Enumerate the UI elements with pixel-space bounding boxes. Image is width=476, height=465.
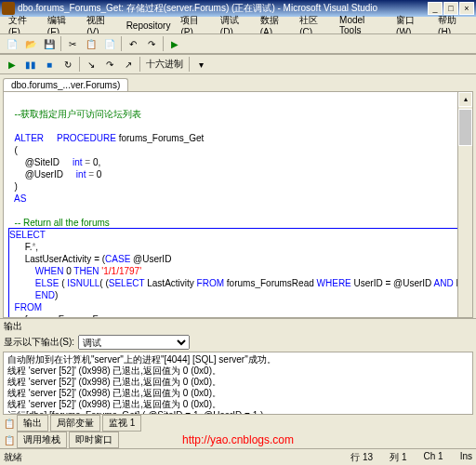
step-over-button[interactable]: ↷ bbox=[100, 56, 119, 73]
step-out-button[interactable]: ↗ bbox=[119, 56, 138, 73]
tab-locals[interactable]: 局部变量 bbox=[50, 415, 100, 432]
hex-label[interactable]: 十六进制 bbox=[142, 58, 187, 71]
tab-icon2: 📋 bbox=[4, 435, 15, 445]
tab-immediate[interactable]: 即时窗口 bbox=[69, 432, 119, 448]
continue-button[interactable]: ▶ bbox=[3, 56, 21, 73]
redo-button[interactable]: ↷ bbox=[142, 35, 161, 52]
menubar: 文件(F) 编辑(E) 视图(V) Repository 项目(P) 调试(D)… bbox=[0, 17, 476, 33]
status-ready: 就绪 bbox=[4, 451, 22, 464]
bottom-tabs-left: 📋 输出 局部变量 监视 1 bbox=[0, 415, 476, 432]
watermark: http://yao.cnblogs.com bbox=[182, 433, 294, 446]
tab-output[interactable]: 输出 bbox=[17, 415, 48, 432]
cut-button[interactable]: ✂ bbox=[63, 35, 82, 52]
tab-callstack[interactable]: 调用堆栈 bbox=[17, 432, 67, 448]
status-line: 行 13 bbox=[350, 451, 373, 464]
menu-repository[interactable]: Repository bbox=[122, 20, 176, 32]
toolbar-debug: ▶ ▮▮ ■ ↻ ↘ ↷ ↗ 十六进制 ▾ bbox=[0, 54, 476, 74]
tab-watch[interactable]: 监视 1 bbox=[102, 415, 141, 432]
output-toolbar: 显示以下输出(S): 调试 bbox=[0, 333, 476, 352]
tab-forums-get[interactable]: dbo.forums_...ver.Forums) bbox=[3, 78, 128, 91]
restart-button[interactable]: ↻ bbox=[59, 56, 77, 73]
status-ch: Ch 1 bbox=[424, 451, 443, 464]
undo-button[interactable]: ↶ bbox=[124, 35, 142, 52]
output-pane[interactable]: 自动附加到在计算机"server"上的进程"[4044] [SQL] serve… bbox=[3, 352, 473, 415]
output-source-label: 显示以下输出(S): bbox=[4, 336, 74, 349]
scroll-thumb[interactable] bbox=[458, 109, 472, 146]
tab-icon: 📋 bbox=[4, 418, 15, 429]
code-editor[interactable]: --获取指定用户可访问论坛列表 ALTER PROCEDURE forums_F… bbox=[3, 91, 473, 318]
dropdown-button[interactable]: ▾ bbox=[192, 56, 210, 73]
document-tabs: dbo.forums_...ver.Forums) bbox=[0, 74, 476, 91]
editor-scrollbar[interactable]: ▴ bbox=[457, 92, 472, 317]
scroll-up-arrow[interactable]: ▴ bbox=[458, 92, 472, 107]
statusbar: 就绪 行 13 列 1 Ch 1 Ins bbox=[0, 448, 476, 465]
save-button[interactable]: 💾 bbox=[40, 35, 59, 52]
toolbar-main: 📄 📂 💾 ✂ 📋 📄 ↶ ↷ ▶ bbox=[0, 33, 476, 54]
stop-button[interactable]: ■ bbox=[40, 56, 59, 73]
step-into-button[interactable]: ↘ bbox=[82, 56, 100, 73]
new-button[interactable]: 📄 bbox=[3, 35, 21, 52]
status-col: 列 1 bbox=[390, 451, 406, 464]
copy-button[interactable]: 📋 bbox=[82, 35, 100, 52]
output-source-select[interactable]: 调试 bbox=[78, 335, 190, 350]
paste-button[interactable]: 📄 bbox=[100, 35, 119, 52]
run-button[interactable]: ▶ bbox=[165, 35, 184, 52]
open-button[interactable]: 📂 bbox=[21, 35, 40, 52]
pause-button[interactable]: ▮▮ bbox=[21, 56, 40, 73]
status-ins: Ins bbox=[460, 451, 472, 464]
output-panel-title: 输出 bbox=[0, 318, 476, 333]
